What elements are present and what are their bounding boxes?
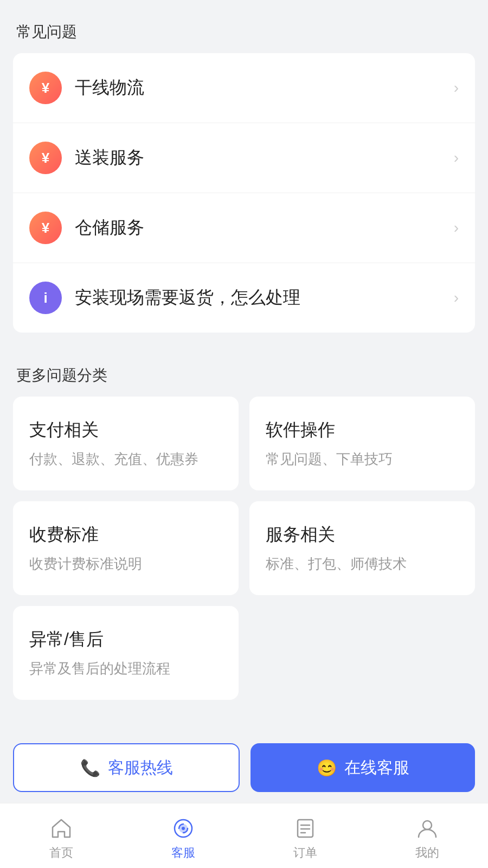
nav-label-service: 客服 <box>171 845 195 861</box>
faq-item-storage-service[interactable]: ¥ 仓储服务 › <box>13 193 475 263</box>
service-icon <box>171 816 195 840</box>
mine-icon <box>415 816 439 840</box>
faq-item-text-2: 送装服务 <box>75 146 454 170</box>
category-card-abnormal[interactable]: 异常/售后 异常及售后的处理流程 <box>13 606 239 700</box>
nav-label-home: 首页 <box>49 845 73 861</box>
chevron-right-icon-3: › <box>454 219 459 237</box>
online-service-button[interactable]: 😊 在线客服 <box>251 743 475 792</box>
category-card-service[interactable]: 服务相关 标准、打包、师傅技术 <box>249 501 475 595</box>
online-button-label: 在线客服 <box>344 757 409 779</box>
svg-point-2 <box>182 827 185 830</box>
nav-item-orders[interactable]: 订单 <box>244 811 366 861</box>
categories-grid: 支付相关 付款、退款、充值、优惠券 软件操作 常见问题、下单技巧 收费标准 收费… <box>0 397 488 700</box>
category-desc-service: 标准、打包、师傅技术 <box>266 554 459 573</box>
home-icon <box>49 816 73 840</box>
category-title-software: 软件操作 <box>266 418 459 442</box>
categories-section-label: 更多问题分类 <box>0 343 488 397</box>
faq-icon-yuan-1: ¥ <box>29 72 62 104</box>
category-card-software[interactable]: 软件操作 常见问题、下单技巧 <box>249 397 475 490</box>
faq-icon-yuan-2: ¥ <box>29 142 62 174</box>
hotline-button-label: 客服热线 <box>108 757 173 779</box>
hotline-button[interactable]: 📞 客服热线 <box>13 743 240 792</box>
bottom-buttons: 📞 客服热线 😊 在线客服 <box>0 732 488 803</box>
nav-label-orders: 订单 <box>293 845 317 861</box>
category-desc-fees: 收费计费标准说明 <box>29 554 222 573</box>
category-title-payment: 支付相关 <box>29 418 222 442</box>
category-card-fees[interactable]: 收费标准 收费计费标准说明 <box>13 501 239 595</box>
faq-section-label: 常见问题 <box>0 0 488 53</box>
smile-icon: 😊 <box>317 758 337 777</box>
chevron-right-icon-2: › <box>454 149 459 167</box>
svg-point-7 <box>423 821 432 829</box>
faq-item-text-4: 安装现场需要返货，怎么处理 <box>75 286 454 310</box>
faq-item-text-1: 干线物流 <box>75 76 454 100</box>
faq-item-trunk-logistics[interactable]: ¥ 干线物流 › <box>13 53 475 123</box>
faq-card: ¥ 干线物流 › ¥ 送装服务 › ¥ 仓储服务 › i 安装现场需要返货 <box>13 53 475 333</box>
category-title-abnormal: 异常/售后 <box>29 628 222 652</box>
nav-item-mine[interactable]: 我的 <box>366 811 488 861</box>
chevron-right-icon-4: › <box>454 289 459 307</box>
category-desc-software: 常见问题、下单技巧 <box>266 450 459 469</box>
category-title-service: 服务相关 <box>266 523 459 547</box>
faq-item-on-site-return[interactable]: i 安装现场需要返货，怎么处理 › <box>13 263 475 333</box>
phone-icon: 📞 <box>80 758 100 777</box>
faq-icon-yuan-3: ¥ <box>29 212 62 244</box>
category-card-payment[interactable]: 支付相关 付款、退款、充值、优惠券 <box>13 397 239 490</box>
faq-icon-info: i <box>29 282 62 314</box>
category-desc-payment: 付款、退款、充值、优惠券 <box>29 450 222 469</box>
faq-item-delivery-service[interactable]: ¥ 送装服务 › <box>13 123 475 193</box>
category-title-fees: 收费标准 <box>29 523 222 547</box>
faq-item-text-3: 仓储服务 <box>75 216 454 240</box>
category-desc-abnormal: 异常及售后的处理流程 <box>29 659 222 678</box>
nav-item-service[interactable]: 客服 <box>122 811 244 861</box>
nav-label-mine: 我的 <box>415 845 439 861</box>
chevron-right-icon-1: › <box>454 79 459 97</box>
nav-item-home[interactable]: 首页 <box>0 811 122 861</box>
orders-icon <box>293 816 317 840</box>
bottom-nav: 首页 客服 订单 <box>0 803 488 868</box>
